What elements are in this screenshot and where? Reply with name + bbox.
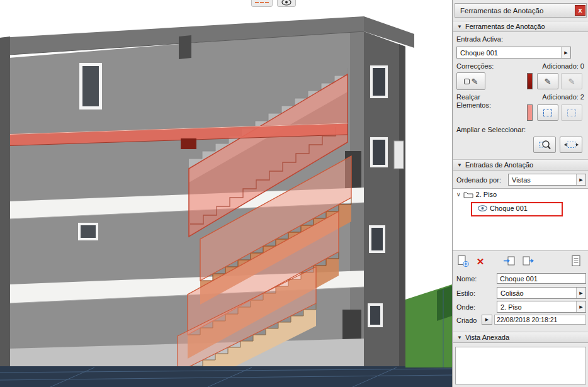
sorted-by-label: Ordenado por: — [456, 176, 501, 184]
popup-arrow-icon: ▶ — [576, 301, 585, 312]
correction-pen-button[interactable]: ✎ — [537, 73, 558, 89]
app-window: Ferramentas de Anotação x ▼ Ferramentas … — [0, 0, 588, 387]
highlight-label-line2: Elementos: — [456, 101, 491, 109]
entry-report-button[interactable] — [568, 254, 584, 268]
tree-item-entry[interactable]: Choque 001 — [478, 205, 528, 212]
annotation-tools-palette: Ferramentas de Anotação x ▼ Ferramentas … — [452, 0, 588, 387]
tree-item-floor[interactable]: ∨ 2. Piso — [456, 191, 497, 198]
tree-item-entry-label: Choque 001 — [490, 205, 528, 212]
sorted-by-value: Vistas — [509, 174, 576, 185]
pencil-icon: ✎ — [568, 77, 575, 86]
style-label: Estilo: — [456, 289, 475, 297]
eye-icon — [281, 0, 291, 6]
section-header-attached-view-label: Vista Anexada — [465, 334, 509, 341]
created-value: 22/08/2018 20:18:21 — [494, 315, 586, 325]
section-header-entries-label: Entradas de Anotação — [465, 161, 533, 169]
active-entry-value: Choque 001 — [457, 47, 561, 58]
style-value: Colisão — [497, 288, 576, 298]
popup-arrow-icon: ▶ — [576, 288, 585, 298]
attached-view-preview — [455, 347, 586, 384]
pencil-icon: ✎ — [472, 77, 478, 86]
section-header-entries[interactable]: ▼ Entradas de Anotação — [453, 159, 588, 171]
close-icon: x — [578, 7, 582, 14]
new-entry-button[interactable] — [455, 254, 470, 268]
entries-tree: ∨ 2. Piso Choque 001 — [453, 188, 588, 251]
section-header-tools[interactable]: ▼ Ferramentas de Anotação — [453, 21, 588, 32]
tree-item-floor-label: 2. Piso — [476, 191, 497, 198]
close-button[interactable]: x — [575, 5, 585, 16]
import-icon — [503, 255, 516, 267]
lawn — [405, 284, 452, 367]
created-label: Criado — [456, 317, 477, 324]
palette-titlebar[interactable]: Ferramentas de Anotação — [455, 3, 587, 18]
collapse-triangle-icon: ▼ — [457, 335, 462, 340]
highlight-marquee-alt-button[interactable] — [561, 104, 582, 121]
name-input[interactable] — [497, 273, 586, 284]
active-entry-dropdown[interactable]: Choque 001 ▶ — [456, 47, 571, 59]
section-header-tools-label: Ferramentas de Anotação — [465, 23, 545, 30]
new-entry-icon — [456, 255, 469, 267]
3d-viewport[interactable] — [0, 0, 452, 387]
corrections-label: Correcções: — [456, 62, 494, 70]
corrections-added-count: Adicionado: 0 — [542, 62, 584, 70]
correction-color-swatch[interactable] — [527, 73, 533, 89]
highlight-marquee-button[interactable] — [537, 104, 558, 121]
select-elements-button[interactable] — [560, 137, 582, 153]
popup-arrow-icon: ▶ — [576, 174, 585, 185]
sorted-by-dropdown[interactable]: Vistas ▶ — [508, 174, 586, 186]
zoom-select-label: Ampliar e Seleccionar: — [456, 126, 526, 133]
marquee-icon — [567, 109, 576, 116]
style-dropdown[interactable]: Colisão ▶ — [497, 287, 586, 299]
where-value: 2. Piso — [497, 301, 576, 312]
terrain-ground — [0, 366, 452, 387]
popup-arrow-icon: ▶ — [561, 47, 570, 58]
chevron-down-icon: ∨ — [456, 191, 461, 198]
highlight-label-line1: Realçar — [456, 93, 480, 101]
eye-icon — [478, 205, 487, 211]
collapse-triangle-icon: ▼ — [457, 24, 462, 30]
marquee-arrows-icon — [564, 139, 579, 150]
3d-model-scene — [0, 0, 452, 387]
correction-pen-alt-button[interactable]: ✎ — [561, 73, 582, 89]
visibility-button[interactable] — [277, 0, 296, 7]
palette-title: Ferramentas de Anotação — [460, 7, 543, 14]
where-dropdown[interactable]: 2. Piso ▶ — [497, 301, 586, 313]
export-icon — [522, 255, 534, 267]
section-header-attached-view[interactable]: ▼ Vista Anexada — [453, 332, 588, 343]
delete-icon: ✕ — [477, 257, 485, 266]
active-entry-label: Entrada Activa: — [456, 35, 503, 43]
export-entries-button[interactable] — [521, 254, 536, 268]
correction-draw-button[interactable]: ✎ — [456, 72, 485, 90]
collapse-triangle-icon: ▼ — [457, 162, 462, 168]
pencil-icon: ✎ — [545, 77, 551, 86]
delete-entry-button[interactable]: ✕ — [473, 254, 488, 268]
magnifier-icon — [538, 139, 551, 151]
zoom-to-elements-button[interactable] — [533, 137, 556, 153]
highlight-added-count: Adicionado: 2 — [542, 93, 584, 101]
highlight-color-swatch[interactable] — [527, 104, 533, 121]
import-entries-button[interactable] — [502, 254, 517, 268]
created-popup-button[interactable]: ▶ — [482, 315, 492, 325]
folder-icon — [463, 191, 473, 198]
dashed-linetype-button[interactable] — [251, 0, 273, 7]
dashes-icon — [255, 2, 269, 3]
where-label: Onde: — [456, 303, 475, 311]
document-icon — [570, 255, 582, 267]
name-label: Nome: — [456, 275, 477, 283]
popup-arrow-icon: ▶ — [485, 317, 489, 322]
shape-icon — [464, 79, 470, 84]
marquee-icon — [543, 109, 552, 116]
